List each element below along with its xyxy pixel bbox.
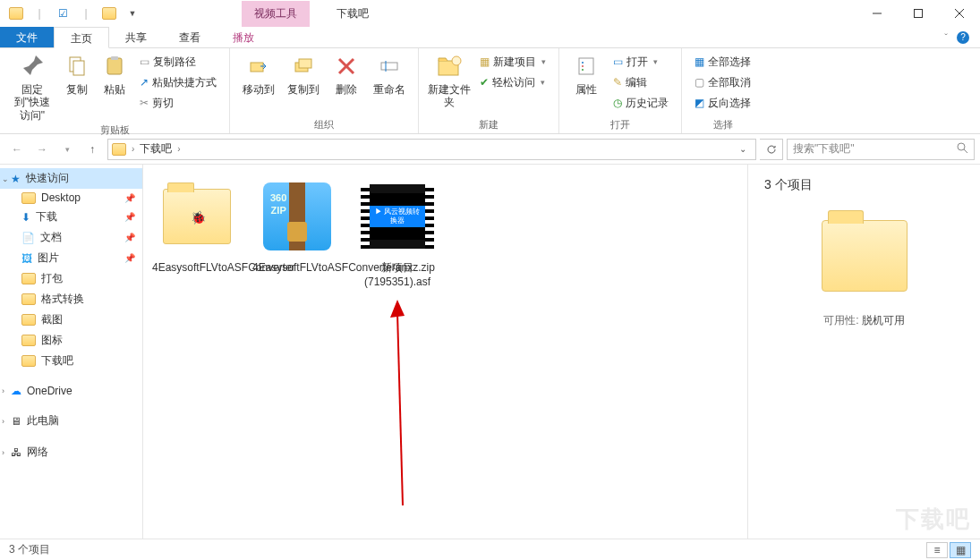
svg-rect-8 xyxy=(251,63,263,72)
breadcrumb-item[interactable]: 下载吧 xyxy=(140,141,172,157)
folder-icon xyxy=(21,335,36,346)
ribbon-tabs: 文件 主页 共享 查看 播放 ˇ ? xyxy=(0,27,980,48)
minimize-button[interactable] xyxy=(856,0,898,27)
select-all-button[interactable]: ▦全部选择 xyxy=(691,52,754,72)
nav-up-button[interactable]: ↑ xyxy=(81,138,104,161)
sidebar-item-documents[interactable]: 📄文档📌 xyxy=(0,227,142,248)
sidebar-item-dabao[interactable]: 打包 xyxy=(0,268,142,289)
sidebar-item-jietu[interactable]: 截图 xyxy=(0,310,142,330)
svg-point-18 xyxy=(582,62,584,64)
sidebar-onedrive[interactable]: ›☁OneDrive xyxy=(0,382,142,400)
search-input[interactable]: 搜索"下载吧" xyxy=(787,139,975,160)
group-new-label: 新建 xyxy=(428,116,550,132)
file-item-folder[interactable]: 🐞 4EasysoftFLVtoASFConverter xyxy=(152,177,242,276)
svg-rect-17 xyxy=(579,58,593,74)
svg-rect-5 xyxy=(73,61,84,75)
paste-button[interactable]: 粘贴 xyxy=(98,52,131,96)
address-bar: ← → ▾ ↑ › 下载吧 › ⌄ 搜索"下载吧" xyxy=(0,134,980,165)
copy-to-button[interactable]: 复制到 xyxy=(284,52,323,96)
rename-button[interactable]: 重命名 xyxy=(370,52,409,96)
move-to-button[interactable]: 移动到 xyxy=(239,52,278,96)
breadcrumb-dropdown[interactable]: ⌄ xyxy=(734,144,752,154)
expand-icon[interactable]: › xyxy=(2,417,4,426)
refresh-button[interactable] xyxy=(760,139,783,160)
view-details-button[interactable]: ≡ xyxy=(926,542,948,558)
pin-icon: 📌 xyxy=(124,253,135,263)
nav-recent-dropdown[interactable]: ▾ xyxy=(55,138,79,161)
tab-play[interactable]: 播放 xyxy=(217,27,270,47)
copy-button[interactable]: 复制 xyxy=(61,52,93,96)
edit-button[interactable]: ✎编辑 xyxy=(609,72,672,92)
help-icon[interactable]: ? xyxy=(957,31,969,44)
qat-checkbox[interactable]: ☑ xyxy=(52,4,73,23)
ribbon: 固定到"快速访问" 复制 粘贴 ▭复制路径 ↗粘贴快捷方式 ✂剪切 剪贴板 移动… xyxy=(0,48,980,134)
open-button[interactable]: ▭打开▾ xyxy=(609,52,672,72)
history-button[interactable]: ◷历史记录 xyxy=(609,93,672,113)
title-bar: | ☑ | ▼ 视频工具 下载吧 xyxy=(0,0,980,27)
easy-access-button[interactable]: ✔轻松访问▾ xyxy=(476,72,550,92)
folder-icon xyxy=(21,273,36,284)
breadcrumb-sep[interactable]: › xyxy=(174,144,183,154)
sidebar-this-pc[interactable]: ›🖥此电脑 xyxy=(0,411,142,431)
ribbon-collapse-icon[interactable]: ˇ xyxy=(944,32,948,43)
new-item-button[interactable]: ▦新建项目▾ xyxy=(476,52,550,72)
delete-button[interactable]: 删除 xyxy=(328,52,364,96)
invert-selection-button[interactable]: ◩反向选择 xyxy=(691,93,754,113)
breadcrumb[interactable]: › 下载吧 › ⌄ xyxy=(107,139,756,160)
sidebar-quick-access[interactable]: ⌄ ★ 快速访问 xyxy=(0,168,142,189)
svg-point-21 xyxy=(958,143,965,150)
file-item-zip[interactable]: 360ZIP 4EasysoftFLVtoASFConverteranxz.zi… xyxy=(252,177,342,276)
folder-icon xyxy=(21,293,36,305)
sidebar-item-pictures[interactable]: 🖼图片📌 xyxy=(0,248,142,268)
copy-path-button[interactable]: ▭复制路径 xyxy=(136,52,220,72)
cut-button[interactable]: ✂剪切 xyxy=(136,93,220,113)
expand-icon[interactable]: ⌄ xyxy=(2,174,9,183)
nav-back-button[interactable]: ← xyxy=(5,138,29,161)
tab-home[interactable]: 主页 xyxy=(54,27,109,48)
paste-shortcut-button[interactable]: ↗粘贴快捷方式 xyxy=(136,72,220,92)
tab-view[interactable]: 查看 xyxy=(163,27,217,47)
properties-button[interactable]: 属性 xyxy=(568,52,604,96)
file-item-video[interactable]: ▶ 风云视频转换器 新项目(7195351).asf xyxy=(353,177,442,289)
file-name: 4EasysoftFLVtoASFConverter xyxy=(152,261,242,276)
folder-icon xyxy=(21,355,36,367)
copy-label: 复制 xyxy=(66,83,88,96)
sidebar-item-desktop[interactable]: Desktop📌 xyxy=(0,189,142,207)
group-organize: 移动到 复制到 删除 重命名 组织 xyxy=(230,48,419,133)
file-name: 4EasysoftFLVtoASFConverteranxz.zip xyxy=(252,261,342,276)
expand-icon[interactable]: › xyxy=(2,386,4,395)
folder-icon xyxy=(112,143,126,156)
sidebar-item-downloads[interactable]: ⬇下载📌 xyxy=(0,207,142,227)
maximize-button[interactable] xyxy=(898,0,939,27)
network-icon: 🖧 xyxy=(11,446,21,459)
sidebar-item-tubiao[interactable]: 图标 xyxy=(0,330,142,351)
sidebar-item-xiazaiba[interactable]: 下载吧 xyxy=(0,351,142,371)
file-list[interactable]: 🐞 4EasysoftFLVtoASFConverter 360ZIP 4Eas… xyxy=(143,165,747,539)
zip-icon: 360ZIP xyxy=(263,182,331,250)
pin-icon: 📌 xyxy=(124,212,135,222)
close-button[interactable] xyxy=(939,0,980,27)
nav-forward-button[interactable]: → xyxy=(30,138,54,161)
star-icon: ★ xyxy=(11,173,21,185)
content-area: 🐞 4EasysoftFLVtoASFConverter 360ZIP 4Eas… xyxy=(143,165,980,539)
expand-icon[interactable]: › xyxy=(2,448,4,457)
group-clipboard-label: 剪贴板 xyxy=(9,122,220,137)
pin-icon: 📌 xyxy=(124,233,135,242)
doc-icon: 📄 xyxy=(21,232,35,244)
breadcrumb-sep[interactable]: › xyxy=(128,144,138,154)
tab-share[interactable]: 共享 xyxy=(109,27,163,47)
folder-icon xyxy=(21,314,36,326)
sidebar-item-geshi[interactable]: 格式转换 xyxy=(0,289,142,310)
pin-quick-access-button[interactable]: 固定到"快速访问" xyxy=(9,52,55,122)
tab-file[interactable]: 文件 xyxy=(0,27,54,47)
group-clipboard: 固定到"快速访问" 复制 粘贴 ▭复制路径 ↗粘贴快捷方式 ✂剪切 剪贴板 xyxy=(0,48,230,133)
folder-icon xyxy=(21,192,36,204)
cloud-icon: ☁ xyxy=(11,385,21,397)
new-folder-button[interactable]: 新建文件夹 xyxy=(428,52,471,109)
sidebar-network[interactable]: ›🖧网络 xyxy=(0,442,142,462)
group-open: 属性 ▭打开▾ ✎编辑 ◷历史记录 打开 xyxy=(559,48,682,133)
select-none-button[interactable]: ▢全部取消 xyxy=(691,72,754,92)
folder-icon: 🐞 xyxy=(163,189,231,244)
view-icons-button[interactable]: ▦ xyxy=(950,542,971,558)
qat-dropdown[interactable]: ▼ xyxy=(122,4,143,23)
